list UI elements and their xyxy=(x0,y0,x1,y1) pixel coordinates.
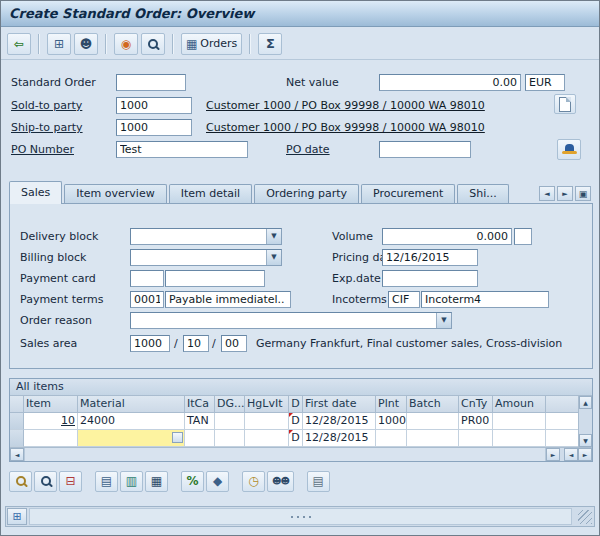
tab-item-overview[interactable]: Item overview xyxy=(64,184,166,204)
header-details-button[interactable] xyxy=(557,139,581,160)
po-number-input[interactable] xyxy=(116,141,248,158)
cell-first-date[interactable]: 12/28/2015 xyxy=(303,430,376,447)
col-dg[interactable]: DG... xyxy=(215,396,245,413)
row-selector[interactable] xyxy=(10,430,24,447)
cell-dg[interactable] xyxy=(215,430,245,447)
incoterms-desc-input[interactable] xyxy=(421,291,549,308)
cell-amount[interactable] xyxy=(493,430,546,447)
delivery-block-dropdown[interactable]: ▼ xyxy=(130,228,282,245)
orders-button[interactable]: ▦ Orders xyxy=(181,33,242,55)
resize-corner[interactable] xyxy=(574,507,594,526)
exp-date-input[interactable] xyxy=(382,270,478,287)
cell-hglvit[interactable] xyxy=(245,413,289,430)
select-all-corner[interactable] xyxy=(10,396,24,413)
items-vertical-scrollbar[interactable]: ▲ ▼ xyxy=(578,396,592,447)
insert-item-button[interactable]: ▦ xyxy=(145,471,168,492)
tab-shipping[interactable]: Shi... xyxy=(457,184,509,204)
hscroll-track[interactable] xyxy=(24,448,546,461)
cell-item[interactable]: 10 xyxy=(24,413,78,430)
cell-dg[interactable] xyxy=(215,413,245,430)
cell-cnty[interactable]: PR00 xyxy=(459,413,493,430)
sales-org-input[interactable] xyxy=(130,335,170,352)
po-date-input[interactable] xyxy=(379,141,471,158)
vscroll-track[interactable] xyxy=(579,409,592,434)
display-range-button[interactable] xyxy=(34,471,57,492)
pricing-button[interactable]: % xyxy=(181,471,204,492)
ship-to-link[interactable]: Customer 1000 / PO Box 99998 / 10000 WA … xyxy=(206,119,485,136)
col-batch[interactable]: Batch xyxy=(407,396,459,413)
exit-button[interactable]: ⇦ xyxy=(7,33,31,55)
order-reason-dropdown[interactable]: ▼ xyxy=(130,312,452,329)
pricing-date-input[interactable] xyxy=(382,249,478,266)
partners-button[interactable]: ☻☻ xyxy=(267,471,294,492)
scroll-track[interactable] xyxy=(29,508,572,525)
cell-hglvit[interactable] xyxy=(245,430,289,447)
scroll-up-button[interactable]: ▲ xyxy=(579,396,592,409)
cell-amount[interactable] xyxy=(493,413,546,430)
select-all-button[interactable]: ▤ xyxy=(95,471,118,492)
cell-item[interactable] xyxy=(24,430,78,447)
pane-scroll-right-button[interactable]: ► xyxy=(578,448,592,461)
matchcode-button[interactable] xyxy=(172,432,183,443)
cell-plnt[interactable] xyxy=(376,430,407,447)
tab-ordering-party[interactable]: Ordering party xyxy=(254,184,359,204)
tab-expand-button[interactable]: ▣ xyxy=(575,186,591,201)
cell-batch[interactable] xyxy=(407,413,459,430)
document-flow-button[interactable]: ⊞ xyxy=(47,33,71,55)
tab-item-detail[interactable]: Item detail xyxy=(169,184,252,204)
col-d[interactable]: D xyxy=(289,396,303,413)
schedule-lines-button[interactable]: ◷ xyxy=(242,471,265,492)
search-button[interactable] xyxy=(141,33,165,55)
layout-button[interactable]: ⊞ xyxy=(7,508,27,525)
cell-itca[interactable]: TAN xyxy=(185,413,215,430)
tab-scroll-left-button[interactable]: ◄ xyxy=(539,186,555,201)
cell-d[interactable]: D xyxy=(289,413,303,430)
cell-itca[interactable] xyxy=(185,430,215,447)
items-horizontal-scrollbar[interactable]: ◄ ► ◄ ► xyxy=(10,447,592,461)
incoterms-input[interactable] xyxy=(388,291,420,308)
status-overview-button[interactable]: ◉ xyxy=(114,33,138,55)
col-first-date[interactable]: First date xyxy=(303,396,376,413)
col-itca[interactable]: ItCa xyxy=(185,396,215,413)
scroll-down-button[interactable]: ▼ xyxy=(579,434,592,447)
configuration-button[interactable]: ◆ xyxy=(206,471,229,492)
cell-first-date[interactable]: 12/28/2015 xyxy=(303,413,376,430)
delete-item-button[interactable]: ⊟ xyxy=(59,471,82,492)
col-hglvit[interactable]: HgLvIt xyxy=(245,396,289,413)
sold-to-input[interactable] xyxy=(116,97,192,114)
col-amount[interactable]: Amoun xyxy=(493,396,546,413)
payment-terms-input[interactable] xyxy=(130,291,164,308)
col-material[interactable]: Material xyxy=(78,396,185,413)
cell-plnt[interactable]: 1000 xyxy=(376,413,407,430)
sold-to-link[interactable]: Customer 1000 / PO Box 99998 / 10000 WA … xyxy=(206,97,485,114)
distr-channel-input[interactable] xyxy=(183,335,209,352)
copy-items-button[interactable]: ▥ xyxy=(120,471,143,492)
row-selector[interactable] xyxy=(10,413,24,430)
cell-d[interactable]: D xyxy=(289,430,303,447)
cell-batch[interactable] xyxy=(407,430,459,447)
volume-field[interactable]: 0.000 xyxy=(382,228,512,245)
billing-block-dropdown[interactable]: ▼ xyxy=(130,249,282,266)
tab-sales[interactable]: Sales xyxy=(9,181,62,204)
col-item[interactable]: Item xyxy=(24,396,78,413)
payment-card-type-input[interactable] xyxy=(130,270,164,287)
tab-procurement[interactable]: Procurement xyxy=(361,184,455,204)
scroll-left-button[interactable]: ◄ xyxy=(10,448,24,461)
cell-cnty[interactable] xyxy=(459,430,493,447)
splitter-handle-icon[interactable] xyxy=(289,515,313,519)
col-cnty[interactable]: CnTy xyxy=(459,396,493,413)
col-plnt[interactable]: Plnt xyxy=(376,396,407,413)
ship-to-input[interactable] xyxy=(116,119,192,136)
standard-order-input[interactable] xyxy=(116,74,186,91)
tab-scroll-right-button[interactable]: ► xyxy=(557,186,573,201)
sold-to-party-button[interactable]: ☻ xyxy=(74,33,98,55)
division-input[interactable] xyxy=(221,335,247,352)
payment-card-number-input[interactable] xyxy=(165,270,265,287)
sum-button[interactable]: Σ xyxy=(258,33,282,55)
output-button[interactable]: ▤ xyxy=(307,471,330,492)
scroll-right-button[interactable]: ► xyxy=(546,448,560,461)
cell-material[interactable]: 24000 xyxy=(78,413,185,430)
pane-scroll-left-button[interactable]: ◄ xyxy=(564,448,578,461)
create-document-button[interactable] xyxy=(554,94,576,114)
cell-material-active[interactable] xyxy=(78,430,185,447)
